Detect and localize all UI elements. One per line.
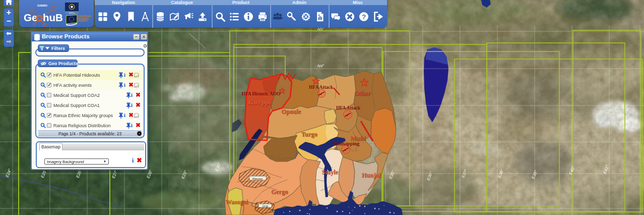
svg-text:Hunjui: Hunjui: [362, 172, 381, 179]
svg-text:Turgo: Turgo: [301, 131, 317, 138]
svg-text:Smyle: Smyle: [322, 169, 339, 176]
svg-text:Other: Other: [355, 90, 371, 97]
svg-text:HFA Attack: HFA Attack: [336, 105, 361, 111]
svg-text:Jungi: Jungi: [262, 204, 268, 207]
svg-text:HFA Historic AOO: HFA Historic AOO: [241, 91, 280, 96]
svg-text:Wasogoi: Wasogoi: [225, 198, 248, 205]
svg-text:huB: huB: [43, 12, 63, 23]
svg-text:Opoule: Opoule: [282, 108, 301, 115]
svg-text:Ge: Ge: [24, 12, 37, 23]
svg-text:Gergo: Gergo: [271, 188, 288, 195]
svg-text:N4°: N4°: [317, 64, 325, 68]
svg-text:Kweppi: Kweppi: [248, 98, 271, 106]
svg-text:HFA Attack: HFA Attack: [309, 85, 334, 90]
svg-text:?: ?: [362, 13, 366, 21]
svg-text:Wasogoi: Wasogoi: [252, 177, 263, 180]
svg-text:Kidnapping: Kidnapping: [334, 141, 359, 146]
